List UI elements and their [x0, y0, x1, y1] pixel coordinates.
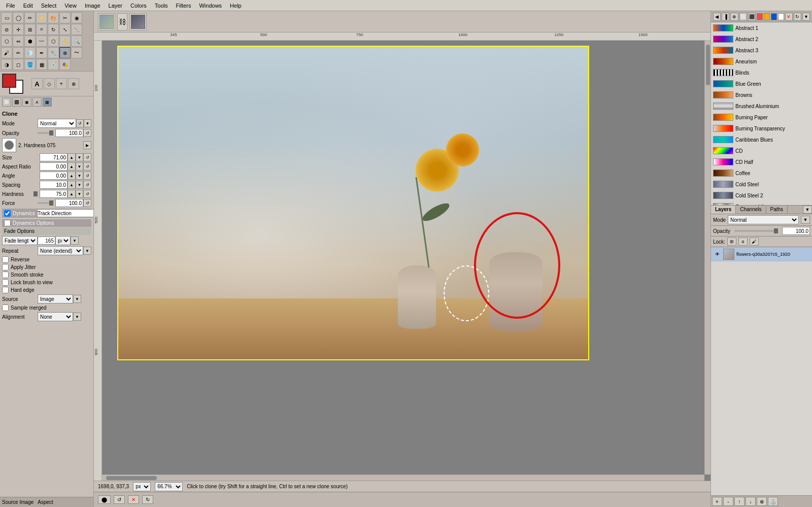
hardness-input[interactable]: [40, 190, 67, 198]
source-select[interactable]: Image: [38, 294, 73, 303]
size-input[interactable]: [40, 153, 67, 161]
force-input[interactable]: [55, 199, 83, 207]
layer-add-btn[interactable]: +: [712, 497, 722, 506]
brush-picker-btn[interactable]: ▶: [83, 141, 91, 149]
force-slider[interactable]: [38, 202, 53, 204]
mode-icon-3[interactable]: ▣: [22, 97, 31, 107]
tool-rotate[interactable]: ↻: [48, 24, 59, 35]
mode-icon-1[interactable]: ⬜: [2, 97, 11, 107]
alignment-select[interactable]: None: [38, 312, 73, 321]
size-up[interactable]: ▲: [67, 153, 76, 161]
gradient-hdr-btn-2[interactable]: ▐: [722, 13, 729, 21]
gradient-hdr-btn-3[interactable]: ⊕: [730, 13, 738, 21]
menu-item-windows[interactable]: Windows: [195, 2, 226, 10]
gradient-item-16[interactable]: Crown molding: [711, 201, 812, 205]
path-tool-small[interactable]: ◇: [44, 78, 55, 89]
repeat-extra[interactable]: ▼: [83, 247, 91, 255]
magnify-small[interactable]: ⊕: [68, 78, 79, 89]
tool-warp[interactable]: 〰: [36, 36, 47, 47]
dynamics-input[interactable]: [37, 209, 94, 217]
tool-color-picker[interactable]: 💉: [48, 59, 59, 70]
fade-unit-select[interactable]: px: [55, 236, 71, 245]
hardness-up[interactable]: ▲: [67, 190, 76, 198]
layer-anchor-btn[interactable]: ⚓: [768, 497, 778, 506]
status-zoom-select[interactable]: 66.7%: [155, 482, 183, 491]
bottom-btn-1[interactable]: ⬤: [98, 495, 111, 504]
reverse-checkbox[interactable]: [2, 256, 9, 263]
status-unit-select[interactable]: px: [133, 482, 151, 491]
tab-channels[interactable]: Channels: [736, 206, 766, 214]
gradient-item-5[interactable]: Blue Green: [711, 78, 812, 89]
gradient-item-11[interactable]: CD: [711, 145, 812, 156]
menu-item-view[interactable]: View: [60, 2, 81, 10]
gradient-item-9[interactable]: Burning Transparency: [711, 123, 812, 134]
tool-rectangle-select[interactable]: ▭: [1, 12, 12, 23]
tool-clone[interactable]: ⊕: [59, 47, 71, 58]
layers-lock-paint[interactable]: 🖌: [750, 238, 759, 246]
layers-lock-alpha[interactable]: α: [738, 238, 748, 246]
tool-scissors[interactable]: ✂: [59, 12, 71, 23]
gradient-hdr-color-2[interactable]: [764, 13, 770, 20]
scrollbar-vertical[interactable]: [704, 41, 710, 475]
aspect-input[interactable]: [40, 162, 67, 171]
hard-edge-checkbox[interactable]: [2, 287, 9, 293]
layer-delete-btn[interactable]: -: [723, 497, 733, 506]
mode-icon-2[interactable]: ⬛: [12, 97, 21, 107]
layers-menu-btn[interactable]: ▼: [803, 206, 812, 214]
tool-smudge[interactable]: 〜: [71, 47, 82, 58]
layer-lower-btn[interactable]: ↓: [746, 497, 756, 506]
gradient-item-8[interactable]: Burning Paper: [711, 112, 812, 123]
text-tool[interactable]: A: [31, 78, 43, 89]
tool-eraser[interactable]: ◻: [13, 59, 24, 70]
tool-cage[interactable]: ⬡: [48, 36, 59, 47]
spacing-up[interactable]: ▲: [67, 181, 76, 189]
canvas-viewport[interactable]: [117, 46, 589, 360]
scrollbar-horizontal[interactable]: [102, 475, 704, 481]
tool-paths[interactable]: ⊘: [1, 24, 12, 35]
menu-item-edit[interactable]: Edit: [19, 2, 37, 10]
foreground-color[interactable]: [2, 74, 16, 88]
repeat-select[interactable]: None (extend): [38, 246, 83, 255]
canvas-image[interactable]: [118, 47, 588, 359]
aspect-reset[interactable]: ↺: [83, 162, 91, 171]
aspect-down[interactable]: ▼: [76, 162, 84, 171]
opacity-reset[interactable]: ↺: [83, 129, 91, 137]
tool-zoom[interactable]: 🔍: [71, 36, 82, 47]
gradient-hdr-expand[interactable]: ▼: [802, 13, 810, 21]
mode-extra-btn[interactable]: ▼: [84, 119, 91, 127]
gradient-item-13[interactable]: Coffee: [711, 167, 812, 179]
tool-align[interactable]: ⊞: [24, 24, 36, 35]
tab-paths[interactable]: Paths: [766, 206, 788, 214]
spacing-down[interactable]: ▼: [76, 181, 84, 189]
scrollbar-v-thumb[interactable]: [706, 45, 710, 85]
spacing-reset[interactable]: ↺: [83, 181, 91, 189]
smooth-stroke-checkbox[interactable]: [2, 272, 9, 278]
tool-fuzzy-select[interactable]: ⚡: [36, 12, 47, 23]
canvas-tool-chain[interactable]: ⛓: [117, 13, 127, 30]
layer-duplicate-btn[interactable]: ⊕: [757, 497, 767, 506]
aspect-up[interactable]: ▲: [67, 162, 76, 171]
menu-item-help[interactable]: Help: [226, 2, 246, 10]
tool-ink[interactable]: ✒: [36, 47, 47, 58]
bottom-btn-close[interactable]: ✕: [128, 495, 139, 504]
tool-crop[interactable]: ⌗: [36, 24, 47, 35]
angle-input[interactable]: [40, 172, 67, 180]
size-down[interactable]: ▼: [76, 153, 84, 161]
layers-opacity-input[interactable]: [782, 227, 810, 235]
tool-shear[interactable]: ⋱: [71, 24, 82, 35]
tool-colorize[interactable]: 🎭: [59, 59, 71, 70]
gradient-item-10[interactable]: Caribbean Blues: [711, 134, 812, 145]
tool-bucket[interactable]: 🪣: [24, 59, 36, 70]
fade-unit-extra[interactable]: ▼: [71, 236, 79, 245]
fade-input[interactable]: [38, 236, 55, 245]
menu-item-colors[interactable]: Colors: [126, 2, 151, 10]
tool-scale[interactable]: ⤡: [59, 24, 71, 35]
tool-perspective[interactable]: ⬡: [1, 36, 12, 47]
tool-dodge[interactable]: ◑: [1, 59, 12, 70]
layers-opacity-slider[interactable]: [734, 230, 778, 232]
layers-mode-select[interactable]: Normal: [728, 215, 799, 224]
fade-type-select[interactable]: Fade length: [2, 236, 38, 245]
source-extra[interactable]: ▼: [73, 295, 81, 303]
scrollbar-h-thumb[interactable]: [106, 476, 157, 480]
menu-item-file[interactable]: File: [2, 2, 19, 10]
